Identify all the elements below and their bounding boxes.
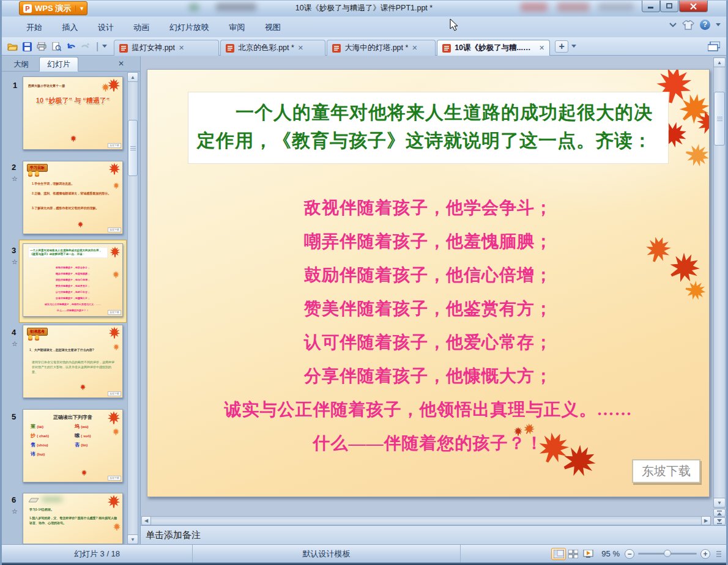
ppt-file-icon xyxy=(119,44,128,53)
thumb-watermark: 东坡下载 xyxy=(108,391,121,396)
blurred-region xyxy=(521,2,548,12)
arrange-windows-icon[interactable] xyxy=(708,42,720,51)
vertical-scrollbar-thumb[interactable] xyxy=(714,92,725,146)
minimize-button[interactable] xyxy=(642,1,660,12)
pinyin-char: 嗦 xyxy=(75,433,80,438)
pinyin-char: 售 xyxy=(31,442,35,448)
ppt-file-icon xyxy=(442,44,451,53)
print-preview-icon[interactable] xyxy=(50,40,63,53)
resize-grip[interactable] xyxy=(716,551,721,557)
scroll-up-icon[interactable]: ▲ xyxy=(713,57,726,67)
maple-leaf-icon xyxy=(108,327,121,339)
scroll-down-icon[interactable]: ▼ xyxy=(713,498,726,508)
menu-slideshow[interactable]: 幻灯片放映 xyxy=(161,17,218,33)
close-tab-icon[interactable]: ✕ xyxy=(179,44,184,52)
zoom-out-button[interactable]: − xyxy=(625,549,634,559)
new-tab-button[interactable]: + xyxy=(555,40,568,53)
scroll-up-icon[interactable]: ▲ xyxy=(127,72,138,82)
normal-view-button[interactable] xyxy=(551,548,566,560)
previous-slide-button[interactable] xyxy=(713,509,726,517)
slide-canvas-area[interactable]: 一个人的童年对他将来人生道路的成功起很大的决定作用，《教育与孩子》这诗就说明了这… xyxy=(141,56,728,525)
maple-leaf-icon xyxy=(113,344,120,350)
maple-leaf-icon xyxy=(106,411,121,424)
slide-title-textbox[interactable]: 一个人的童年对他将来人生道路的成功起很大的决定作用，《教育与孩子》这诗就说明了这… xyxy=(188,92,669,164)
slide-thumbnail-1[interactable]: 西师大版小学语文第十一册 10 “妙极了” 与 “糟遢了” 东坡下载 xyxy=(23,76,123,150)
next-slide-button[interactable] xyxy=(713,517,726,525)
pinyin-note: (huì) xyxy=(37,452,45,456)
chevron-down-icon[interactable] xyxy=(716,23,721,27)
notes-area[interactable]: 单击添加备注 xyxy=(141,525,728,544)
doc-tab[interactable]: 提灯女神.ppt ✕ xyxy=(114,40,219,56)
menu-design[interactable]: 设计 xyxy=(89,17,122,33)
app-menu-button[interactable]: P WPS 演示 ▼ xyxy=(19,1,87,15)
skin-icon[interactable] xyxy=(682,20,694,30)
blurred-label xyxy=(42,497,62,501)
thumb-line: 1.我八岁写的诗，父、母怎样评价? 我有什么感受? 画出描写人物语言、动作、心理… xyxy=(29,515,119,525)
pinyin-char: 讳 xyxy=(31,451,35,457)
close-tab-icon[interactable]: ✕ xyxy=(412,44,417,52)
thumb-watermark: 东坡下载 xyxy=(108,310,121,315)
slide-thumbnail-6[interactable]: 学习1-14自然段。 1.我八岁写的诗，父、母怎样评价? 我有什么感受? 画出描… xyxy=(23,493,123,544)
print-icon[interactable] xyxy=(35,40,48,53)
maple-leaf-icon xyxy=(113,523,121,531)
save-icon[interactable] xyxy=(20,40,34,53)
menu-start[interactable]: 开始 xyxy=(18,17,51,33)
doc-tab-active[interactable]: 10课《妙极了与糟...PT1.ppt * ✕ xyxy=(437,40,550,56)
chevron-down-icon[interactable]: ▼ xyxy=(75,6,84,12)
zoom-slider-thumb[interactable] xyxy=(664,550,671,557)
menu-animation[interactable]: 动画 xyxy=(125,17,158,33)
slide[interactable]: 一个人的童年对他将来人生道路的成功起很大的决定作用，《教育与孩子》这诗就说明了这… xyxy=(147,69,710,497)
maple-leaf-icon xyxy=(109,246,121,257)
tab-slides[interactable]: 幻灯片 xyxy=(39,57,78,72)
toolbar-dropdown-icon[interactable] xyxy=(102,45,108,48)
thumb-line: 学习1-14自然段。 xyxy=(29,507,119,512)
collapse-ribbon-icon[interactable] xyxy=(669,23,677,28)
pinyin-char: 吝 xyxy=(75,442,80,448)
slide-sorter-view-button[interactable] xyxy=(566,548,581,560)
doc-tab[interactable]: 北京的色彩.ppt * ✕ xyxy=(220,40,325,56)
slide-thumbnail-4[interactable]: 初读思考 1、大声朗读课文，想想课文主要讲了什么内容? 请同学们体会父母亲对他的… xyxy=(23,325,123,398)
slide-intro-text: 一个人的童年对他将来人生道路的成功起很大的决定作用，《教育与孩子》这诗就说明了这… xyxy=(197,98,659,155)
doc-tab-label: 10课《妙极了与糟...PT1.ppt * xyxy=(455,43,535,53)
doc-tab[interactable]: 大海中的灯塔.ppt * ✕ xyxy=(327,40,436,56)
slide-thumbnail-3-selected[interactable]: 一个人的童年对他将来人生道路的成功起很大的决定作用，《教育与孩子》这诗就说明了这… xyxy=(23,243,123,317)
horizontal-scrollbar[interactable] xyxy=(141,516,711,525)
redo-icon[interactable] xyxy=(79,40,92,53)
scroll-right-icon[interactable]: ▶ xyxy=(701,516,711,525)
menu-bar: 开始 插入 设计 动画 幻灯片放映 审阅 视图 xyxy=(2,17,726,37)
maple-leaf-icon xyxy=(108,163,121,175)
tab-outline[interactable]: 大纲 xyxy=(6,57,37,72)
thumb-line: 请同学们体会父母亲对他的作品的截然不同的评价，这两种评价对他产生的巨大影响，以及… xyxy=(32,360,116,374)
maple-leaf-icon xyxy=(81,470,87,476)
slide-poem-textbox[interactable]: 敌视伴随着孩子，他学会争斗； 嘲弄伴随着孩子，他羞愧腼腆； 鼓励伴随着孩子，他信… xyxy=(147,191,709,460)
restore-button[interactable] xyxy=(660,1,678,12)
close-panel-icon[interactable]: ✕ xyxy=(118,59,124,68)
slide-thumbnail-2[interactable]: 学习目标 1.学会生字词，理解词语意思。 2.正确、流利、有感情地朗读课文，背诵… xyxy=(23,161,123,234)
thumb-watermark: 东坡下载 xyxy=(108,143,121,148)
close-tab-icon[interactable]: ✕ xyxy=(298,44,303,52)
close-tab-icon[interactable]: ✕ xyxy=(539,44,544,52)
document-tab-row: | 提灯女神.ppt ✕ 北京的色彩.ppt * ✕ 大海中的灯塔.ppt * … xyxy=(2,37,726,56)
slideshow-button[interactable] xyxy=(581,548,595,560)
thumb-poem-line: 认可伴随着孩子，他爱心常存； xyxy=(23,289,122,295)
sidebar-scrollbar-thumb[interactable] xyxy=(128,120,138,176)
new-tab-dropdown-icon[interactable] xyxy=(571,45,577,48)
open-file-icon[interactable] xyxy=(6,40,19,53)
close-button[interactable] xyxy=(679,1,708,12)
thumb-number: 1 xyxy=(13,79,17,90)
menu-view[interactable]: 视图 xyxy=(256,17,289,33)
thumb-number: 2 ☆ xyxy=(12,161,18,183)
slide-thumbnail-5[interactable]: 正确读出下列字音 莱 (lái) 坞 (wù) 抄 ( chaō) 嗦 ( su… xyxy=(23,409,123,482)
scroll-left-icon[interactable]: ◀ xyxy=(141,516,151,525)
undo-icon[interactable] xyxy=(64,40,78,53)
scroll-down-icon[interactable]: ▼ xyxy=(127,534,138,544)
maple-leaf-icon xyxy=(106,495,121,508)
pinyin-note: (shòu) xyxy=(37,443,48,447)
slides-panel: 大纲 幻灯片 ✕ 1 西师大版小学语文第十一册 10 “妙极了” 与 “糟遢了”… xyxy=(2,56,141,544)
zoom-slider[interactable] xyxy=(638,553,697,555)
pinyin-char: 坞 xyxy=(75,424,80,429)
menu-review[interactable]: 审阅 xyxy=(220,17,253,33)
menu-insert[interactable]: 插入 xyxy=(53,17,86,33)
zoom-in-button[interactable]: + xyxy=(700,549,710,559)
help-icon[interactable]: ? xyxy=(700,20,710,30)
